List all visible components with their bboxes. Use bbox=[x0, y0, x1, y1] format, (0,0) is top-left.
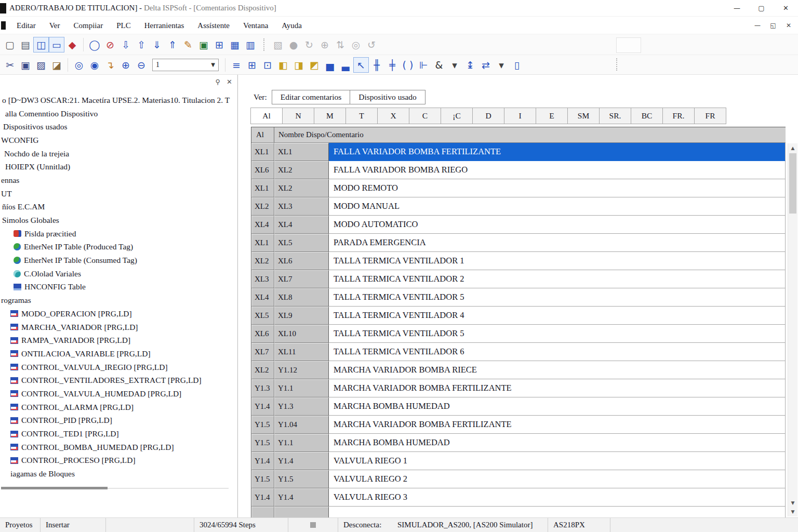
device-cell-2[interactable]: XL2 bbox=[274, 179, 329, 197]
menu-item[interactable]: Ver bbox=[43, 19, 67, 32]
tree-item[interactable]: o [D~DW3 OSCAR:21. Macetíra UPSE.2. Mate… bbox=[0, 94, 232, 107]
device-cell-1[interactable] bbox=[251, 507, 274, 517]
minimize-button[interactable]: — bbox=[725, 0, 749, 17]
device-cell-1[interactable]: XL6 bbox=[251, 161, 274, 179]
comment-cell[interactable] bbox=[329, 507, 786, 517]
block-dropdown-icon[interactable]: ▾ bbox=[494, 57, 509, 73]
menu-item[interactable]: Ventana bbox=[236, 19, 275, 32]
link-rotate-icon[interactable]: ↺ bbox=[364, 37, 379, 52]
device-tab-X[interactable]: X bbox=[377, 108, 409, 124]
device-cell-2[interactable]: Y1.04 bbox=[274, 416, 329, 434]
link-search-icon[interactable]: ◎ bbox=[348, 37, 364, 52]
folder-up-icon[interactable]: ◩ bbox=[307, 57, 322, 73]
tools-icon[interactable]: ✎ bbox=[180, 37, 196, 52]
device-tab-N[interactable]: N bbox=[282, 108, 314, 124]
device-usage-chart-icon[interactable]: ▅ bbox=[322, 57, 338, 73]
device-cell-2[interactable]: XL5 bbox=[274, 234, 329, 252]
device-cell-1[interactable]: XL2 bbox=[251, 197, 274, 216]
device-tab-¡C[interactable]: ¡C bbox=[441, 108, 473, 124]
tree-item[interactable]: EtherNet IP Table (Consumed Tag) bbox=[0, 254, 232, 267]
link-lock-icon[interactable]: ⊕ bbox=[317, 37, 332, 52]
paste-icon[interactable]: ▨ bbox=[33, 57, 49, 73]
print-icon[interactable]: ▤ bbox=[18, 37, 33, 52]
device-cell-1[interactable]: XL4 bbox=[251, 216, 274, 234]
device-cell-1[interactable]: XL2 bbox=[251, 361, 274, 379]
tree-item[interactable]: MARCHA_VARIADOR [PRG,LD] bbox=[0, 321, 232, 334]
comment-cell[interactable]: VALVULA RIEGO 3 bbox=[329, 488, 786, 507]
device-tab-I[interactable]: I bbox=[504, 108, 536, 124]
link-refresh-icon[interactable]: ↻ bbox=[301, 37, 317, 52]
tree-item[interactable]: CONTROL_TED1 [PRG,LD] bbox=[0, 427, 232, 441]
device-tab-Al[interactable]: Al bbox=[250, 108, 283, 124]
mdi-button-2[interactable]: ✕ bbox=[784, 22, 793, 29]
device-tab-E[interactable]: E bbox=[536, 108, 568, 124]
panel-close-icon[interactable]: ✕ bbox=[227, 78, 232, 86]
scroll-down-arrow-icon-2[interactable]: ▼ bbox=[788, 508, 797, 516]
download-comments-icon[interactable]: ⇓ bbox=[149, 37, 165, 52]
comment-cell[interactable]: VALVULA RIEGO 2 bbox=[329, 470, 786, 488]
folder-import-icon[interactable]: ◧ bbox=[275, 57, 291, 73]
tree-item[interactable]: RAMPA_VARIADOR [PRG,LD] bbox=[0, 334, 232, 347]
device-cell-2[interactable]: Y1.1 bbox=[274, 434, 329, 452]
comment-cell[interactable]: MODO REMOTO bbox=[329, 179, 786, 197]
tree-item[interactable]: Dispositivos usados bbox=[0, 120, 232, 134]
zoom-in-icon[interactable]: ⊕ bbox=[118, 57, 134, 73]
maximize-button[interactable]: ▢ bbox=[749, 0, 774, 17]
folder-export-icon[interactable]: ◨ bbox=[291, 57, 307, 73]
tree-item[interactable]: MODO_OPERACION [PRG,LD] bbox=[0, 307, 232, 321]
instruction-dropdown-icon[interactable]: ▾ bbox=[447, 57, 462, 73]
tree-item[interactable]: Nochdo de la trejeia bbox=[0, 147, 232, 161]
rising-falling-edge-icon[interactable]: ↨ bbox=[462, 57, 478, 73]
tree-item[interactable]: ONTILACIOA_VARIABLE [PRG,LD] bbox=[0, 347, 232, 361]
device-cell-2[interactable]: Y1.4 bbox=[274, 452, 329, 470]
network-wizard-icon[interactable]: ⊡ bbox=[260, 57, 275, 73]
selection-tool-icon[interactable]: ▧ bbox=[270, 37, 286, 52]
comment-cell[interactable]: MODO AUTOMATICO bbox=[329, 216, 786, 234]
device-tab-T[interactable]: T bbox=[345, 108, 378, 124]
comment-cell[interactable]: TALLA TERMICA VENTILADOR 2 bbox=[329, 270, 786, 288]
device-cell-2[interactable]: XL2 bbox=[274, 161, 329, 179]
function-block-icon[interactable]: ▯ bbox=[509, 57, 525, 73]
view-tab[interactable]: Dispositivo usado bbox=[350, 90, 425, 104]
find-icon[interactable]: ◎ bbox=[71, 57, 87, 73]
zoom-out-icon[interactable]: ⊖ bbox=[134, 57, 149, 73]
comment-cell[interactable]: VALVULA RIEGO 1 bbox=[329, 452, 786, 470]
network-table-icon[interactable]: ⊞ bbox=[244, 57, 260, 73]
device-cell-1[interactable]: XL4 bbox=[251, 288, 274, 307]
device-cell-1[interactable]: XL6 bbox=[251, 325, 274, 343]
tree-item[interactable]: HNCONFIG Table bbox=[0, 281, 232, 294]
comm-settings-icon[interactable]: ▥ bbox=[243, 37, 258, 52]
device-cell-2[interactable]: Y1.1 bbox=[274, 379, 329, 397]
device-cell-2[interactable]: XL9 bbox=[274, 307, 329, 325]
vertical-branch-icon[interactable]: ⇄ bbox=[478, 57, 494, 73]
comment-cell[interactable]: FALLA VARIADOR BOMBA RIEGO bbox=[329, 161, 786, 179]
device-cell-2[interactable]: XL3 bbox=[274, 197, 329, 216]
ampersand-instruction-icon[interactable]: & bbox=[431, 57, 447, 73]
comment-cell[interactable]: TALLA TERMICA VENTILADOR 4 bbox=[329, 307, 786, 325]
device-cell-2[interactable]: Y1.4 bbox=[274, 488, 329, 507]
tree-item[interactable]: iagamas de Bloques bbox=[0, 467, 232, 481]
monitor-table-icon[interactable]: ▦ bbox=[227, 37, 243, 52]
menu-item[interactable]: Editar bbox=[10, 19, 43, 32]
scroll-thumb[interactable] bbox=[1, 487, 108, 489]
zoom-level-combo[interactable]: 1▼ bbox=[152, 59, 219, 71]
compare-instruction-icon[interactable]: ⊩ bbox=[416, 57, 431, 73]
compile-icon[interactable]: ◆ bbox=[64, 37, 80, 52]
online-monitor-icon[interactable]: ⊞ bbox=[211, 37, 227, 52]
new-doc-icon[interactable]: ▢ bbox=[2, 37, 18, 52]
chevron-down-icon[interactable]: ▼ bbox=[211, 62, 215, 68]
device-tab-FR[interactable]: FR bbox=[694, 108, 726, 124]
tree-item[interactable]: CONTROL_PROCESO [PRG,LD] bbox=[0, 454, 232, 468]
tree-item[interactable]: CONTROL_ALARMA [PRG,LD] bbox=[0, 401, 232, 414]
device-cell-1[interactable]: Y1.4 bbox=[251, 397, 274, 416]
tree-item[interactable]: CONTROL_BOMBA_HUMEDAD [PRG,LD] bbox=[0, 441, 232, 454]
tree-horizontal-scrollbar[interactable] bbox=[1, 486, 229, 490]
tree-item[interactable]: CONTROL_VENTILADORES_EXTRACT [PRG,LD] bbox=[0, 374, 232, 387]
window-split-view-icon[interactable]: ◫ bbox=[33, 37, 49, 52]
upload-from-plc-icon[interactable]: ⇧ bbox=[134, 37, 149, 52]
comment-cell[interactable]: MARCHA VARIADOR BOMBA FERTILIZANTE bbox=[329, 379, 786, 397]
comment-cell[interactable]: MARCHA BOMBA HUMEDAD bbox=[329, 397, 786, 416]
menu-item[interactable]: Compiiar bbox=[66, 19, 110, 32]
scroll-thumb[interactable] bbox=[789, 153, 796, 214]
device-view-icon[interactable]: ▣ bbox=[196, 37, 211, 52]
